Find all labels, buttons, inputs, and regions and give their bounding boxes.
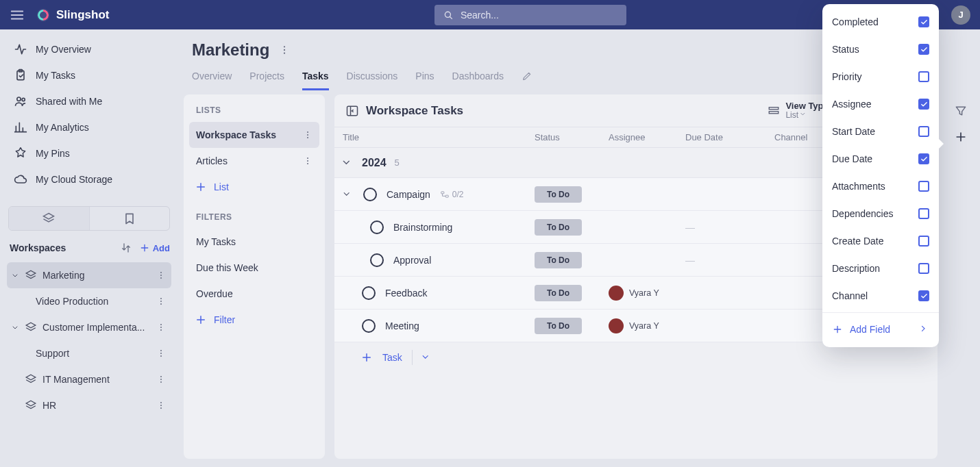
col-due[interactable]: Due Date (685, 132, 774, 142)
sidebar-nav-item[interactable]: My Analytics (7, 114, 171, 140)
checkbox[interactable] (918, 44, 929, 55)
filter-item[interactable]: Overdue (189, 281, 319, 307)
workspace-tree-item[interactable]: Marketing (7, 262, 171, 288)
user-avatar[interactable]: J (951, 5, 970, 25)
status-pill[interactable]: To Do (535, 285, 582, 301)
field-toggle-row[interactable]: Status (822, 36, 939, 63)
page-tab[interactable]: Pins (415, 71, 434, 90)
tree-item-label: Customer Implementa... (42, 322, 151, 333)
status-pill[interactable]: To Do (535, 318, 582, 334)
field-toggle-row[interactable]: Attachments (822, 173, 939, 200)
sidebar-nav-item[interactable]: Shared with Me (7, 88, 171, 114)
plus-icon (832, 324, 843, 335)
status-pill[interactable]: To Do (535, 186, 582, 203)
sidebar-nav-item[interactable]: My Overview (7, 36, 171, 62)
page-menu-icon[interactable] (279, 45, 290, 55)
caret-icon[interactable] (12, 272, 19, 279)
field-toggle-row[interactable]: Create Date (822, 227, 939, 255)
list-item-menu[interactable] (303, 130, 313, 140)
app-logo[interactable]: Slingshot (36, 8, 109, 23)
add-column-icon[interactable] (954, 130, 968, 144)
field-toggle-row[interactable]: Start Date (822, 118, 939, 145)
assignee-name: Vyara Y (629, 288, 659, 298)
add-filter-link[interactable]: Filter (189, 307, 319, 333)
status-toggle[interactable] (363, 188, 377, 201)
layers-tab[interactable] (9, 207, 90, 230)
page-tab[interactable]: Discussions (347, 71, 398, 90)
checkbox[interactable] (918, 208, 929, 219)
checkbox[interactable] (918, 71, 929, 82)
edit-tabs-button[interactable] (522, 71, 532, 90)
search-input[interactable] (461, 10, 618, 21)
status-pill[interactable]: To Do (535, 252, 582, 268)
field-toggle-row[interactable]: Completed (822, 8, 939, 36)
checkbox[interactable] (918, 181, 929, 192)
tree-item-menu[interactable] (156, 401, 166, 410)
workspace-tree-item[interactable]: Customer Implementa... (7, 314, 171, 340)
field-toggle-row[interactable]: Due Date (822, 145, 939, 173)
filter-icon[interactable] (954, 104, 968, 118)
assignee-avatar (609, 286, 624, 301)
list-item-menu[interactable] (303, 156, 313, 166)
search-box[interactable] (434, 5, 626, 25)
checkbox[interactable] (918, 263, 929, 274)
chevron-down-icon[interactable] (422, 353, 432, 362)
menu-icon[interactable] (10, 8, 25, 23)
tree-item-menu[interactable] (156, 323, 166, 332)
layers-icon (25, 321, 37, 333)
field-name: Channel (832, 290, 868, 301)
workspace-tree-item[interactable]: HR (7, 392, 171, 418)
filter-item[interactable]: Due this Week (189, 255, 319, 281)
col-status[interactable]: Status (535, 132, 609, 142)
field-toggle-row[interactable]: Channel (822, 282, 939, 310)
workspace-tree-item[interactable]: Support (7, 340, 171, 366)
workspace-tree-item[interactable]: IT Management (7, 366, 171, 392)
tree-item-menu[interactable] (156, 349, 166, 358)
list-item[interactable]: Articles (189, 148, 319, 174)
status-toggle[interactable] (370, 253, 384, 267)
checkbox[interactable] (918, 99, 929, 110)
tree-item-menu[interactable] (156, 270, 166, 280)
add-task-link[interactable]: Task (334, 342, 938, 373)
field-toggle-row[interactable]: Description (822, 255, 939, 282)
view-type-control[interactable]: View Type List (768, 101, 828, 120)
page-tab[interactable]: Dashboards (452, 71, 504, 90)
caret-icon[interactable] (12, 324, 19, 331)
field-toggle-row[interactable]: Dependencies (822, 200, 939, 227)
chevron-down-icon[interactable] (343, 157, 354, 168)
chevron-down-icon[interactable] (343, 190, 354, 199)
tree-item-menu[interactable] (156, 296, 166, 306)
checkbox[interactable] (918, 16, 929, 27)
checkbox[interactable] (918, 126, 929, 137)
status-toggle[interactable] (362, 319, 376, 333)
group-count: 5 (395, 157, 400, 168)
checkbox[interactable] (918, 290, 929, 301)
page-tab[interactable]: Projects (249, 71, 284, 90)
workspace-tree-item[interactable]: Video Production (7, 288, 171, 314)
sort-icon[interactable] (120, 242, 132, 254)
add-workspace-link[interactable]: Add (139, 242, 170, 253)
add-field-link[interactable]: Add Field (822, 316, 939, 343)
sidebar-nav-item[interactable]: My Cloud Storage (7, 166, 171, 192)
filter-item[interactable]: My Tasks (189, 229, 319, 255)
sidebar-nav-item[interactable]: My Pins (7, 140, 171, 166)
checkbox[interactable] (918, 153, 929, 164)
col-assignee[interactable]: Assignee (609, 132, 685, 142)
field-toggle-row[interactable]: Priority (822, 63, 939, 90)
add-list-link[interactable]: List (189, 174, 319, 200)
status-pill[interactable]: To Do (535, 219, 582, 236)
col-title[interactable]: Title (343, 132, 535, 142)
page-tab[interactable]: Overview (192, 71, 232, 90)
sidebar-nav-item[interactable]: My Tasks (7, 62, 171, 88)
logo-icon (36, 8, 51, 23)
panel-icon[interactable] (345, 104, 359, 118)
checkbox[interactable] (918, 236, 929, 247)
lists-label: LISTS (189, 103, 319, 122)
page-tab[interactable]: Tasks (302, 71, 329, 90)
field-toggle-row[interactable]: Assignee (822, 90, 939, 118)
list-item[interactable]: Workspace Tasks (189, 122, 319, 148)
status-toggle[interactable] (370, 220, 384, 234)
tree-item-menu[interactable] (156, 375, 166, 384)
status-toggle[interactable] (362, 286, 376, 300)
bookmark-tab[interactable] (90, 207, 170, 230)
